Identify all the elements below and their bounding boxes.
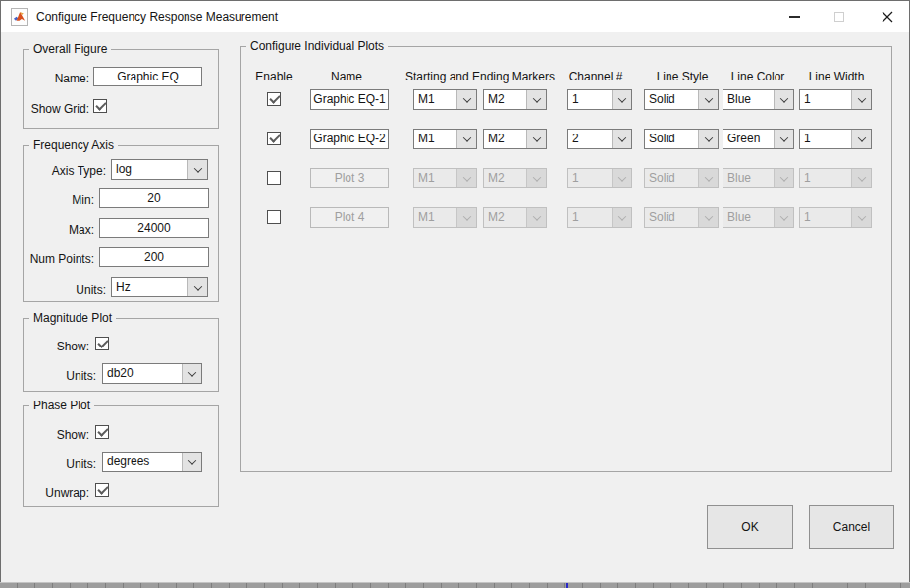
plot1-line-style-dropdown[interactable]: Solid bbox=[644, 89, 719, 110]
chevron-down-icon bbox=[779, 134, 787, 141]
chevron-down-icon bbox=[462, 212, 470, 220]
magnitude-units-value: db20 bbox=[103, 364, 182, 383]
chevron-down-icon bbox=[617, 212, 625, 220]
plot1-line-width-value: 1 bbox=[800, 90, 851, 109]
chevron-down-icon bbox=[779, 212, 787, 220]
chevron-down-icon bbox=[187, 368, 195, 376]
freq-units-label: Units: bbox=[28, 283, 106, 296]
plot2-channel-dropdown[interactable]: 2 bbox=[567, 129, 632, 149]
chevron-down-icon bbox=[532, 173, 540, 181]
plot4-line-style-value: Solid bbox=[645, 208, 698, 227]
phase-show-label: Show: bbox=[28, 428, 89, 442]
plot1-start-marker-dropdown[interactable]: M1 bbox=[413, 89, 477, 110]
plot1-start-marker-value: M1 bbox=[414, 90, 456, 109]
plot4-channel-value: 1 bbox=[568, 208, 612, 227]
plot2-start-marker-dropdown[interactable]: M1 bbox=[413, 129, 477, 149]
phase-units-dropdown[interactable]: degrees bbox=[102, 452, 202, 472]
num-points-input[interactable]: 200 bbox=[99, 247, 209, 267]
magnitude-show-checkbox[interactable] bbox=[95, 337, 109, 350]
chevron-down-icon bbox=[704, 212, 712, 220]
dropdown-arrow bbox=[612, 208, 631, 227]
close-button[interactable] bbox=[865, 1, 909, 32]
dropdown-arrow bbox=[698, 130, 718, 148]
background-window-edge bbox=[0, 582, 910, 588]
dropdown-arrow bbox=[526, 90, 546, 109]
plot2-enable-checkbox[interactable] bbox=[267, 132, 281, 145]
plot2-line-style-dropdown[interactable]: Solid bbox=[644, 129, 719, 149]
chevron-down-icon bbox=[779, 94, 787, 102]
plot2-name-input[interactable]: Graphic EQ-2 bbox=[310, 129, 389, 149]
plot3-enable-checkbox[interactable] bbox=[267, 171, 281, 185]
window-title: Configure Frequency Response Measurement bbox=[36, 10, 278, 24]
dropdown-arrow bbox=[526, 169, 546, 187]
plot3-end-marker-value: M2 bbox=[484, 169, 526, 187]
freq-units-dropdown[interactable]: Hz bbox=[111, 277, 208, 297]
plot4-start-marker-value: M1 bbox=[414, 208, 456, 227]
plot3-start-marker-value: M1 bbox=[414, 169, 456, 187]
magnitude-plot-group-title: Magnitude Plot bbox=[29, 311, 116, 325]
plot3-start-marker-dropdown: M1 bbox=[413, 168, 477, 188]
plot4-line-width-value: 1 bbox=[800, 208, 851, 227]
dropdown-arrow bbox=[456, 90, 476, 109]
magnitude-units-arrow bbox=[182, 364, 201, 383]
plot2-end-marker-dropdown[interactable]: M2 bbox=[483, 129, 547, 149]
plot3-channel-value: 1 bbox=[568, 169, 612, 187]
plot4-line-color-dropdown: Blue bbox=[723, 207, 794, 228]
plot-row-2: Graphic EQ-2 M1 M2 2 Solid Green 1 bbox=[1, 127, 910, 152]
phase-show-checkbox[interactable] bbox=[95, 425, 109, 439]
chevron-down-icon bbox=[779, 173, 787, 181]
plot2-line-color-dropdown[interactable]: Green bbox=[723, 129, 794, 149]
dropdown-arrow bbox=[526, 208, 546, 227]
figure-name-label: Name: bbox=[28, 72, 89, 85]
freq-units-arrow bbox=[187, 278, 207, 296]
maximize-button bbox=[817, 1, 861, 32]
dropdown-arrow bbox=[851, 90, 871, 109]
plot4-enable-checkbox[interactable] bbox=[267, 210, 281, 224]
plot1-channel-dropdown[interactable]: 1 bbox=[567, 89, 632, 110]
dropdown-arrow bbox=[774, 208, 793, 227]
header-line-style: Line Style bbox=[643, 70, 722, 83]
num-points-label: Num Points: bbox=[28, 252, 94, 266]
magnitude-units-dropdown[interactable]: db20 bbox=[102, 363, 202, 384]
dropdown-arrow bbox=[774, 90, 793, 109]
plot1-line-color-value: Blue bbox=[723, 90, 774, 109]
dropdown-arrow bbox=[698, 90, 718, 109]
chevron-down-icon bbox=[704, 94, 712, 102]
dropdown-arrow bbox=[851, 169, 871, 187]
plot4-end-marker-value: M2 bbox=[484, 208, 526, 227]
chevron-down-icon bbox=[857, 134, 865, 141]
dropdown-arrow bbox=[698, 169, 718, 187]
background-window-blue-tick bbox=[566, 583, 568, 588]
close-icon bbox=[882, 11, 893, 23]
plot2-line-style-value: Solid bbox=[645, 130, 698, 148]
plot3-line-color-dropdown: Blue bbox=[723, 168, 794, 188]
cancel-button[interactable]: Cancel bbox=[809, 505, 894, 549]
chevron-down-icon bbox=[532, 134, 540, 141]
plot1-end-marker-dropdown[interactable]: M2 bbox=[483, 89, 547, 110]
plot1-line-color-dropdown[interactable]: Blue bbox=[723, 89, 794, 110]
plot4-line-color-value: Blue bbox=[723, 208, 774, 227]
ok-button[interactable]: OK bbox=[707, 505, 793, 549]
plot2-channel-value: 2 bbox=[568, 130, 612, 148]
plot3-line-width-dropdown: 1 bbox=[799, 168, 872, 188]
plot1-line-width-dropdown[interactable]: 1 bbox=[799, 89, 872, 110]
plot1-channel-value: 1 bbox=[568, 90, 612, 109]
plot3-line-width-value: 1 bbox=[800, 169, 851, 187]
phase-units-arrow bbox=[182, 453, 201, 471]
dropdown-arrow bbox=[456, 169, 476, 187]
unwrap-checkbox[interactable] bbox=[95, 483, 109, 497]
plot2-line-width-dropdown[interactable]: 1 bbox=[799, 129, 872, 149]
plot1-name-input[interactable]: Graphic EQ-1 bbox=[310, 89, 389, 110]
dropdown-arrow bbox=[774, 169, 793, 187]
plot2-start-marker-value: M1 bbox=[414, 130, 456, 148]
figure-name-input[interactable]: Graphic EQ bbox=[93, 67, 202, 86]
plot4-start-marker-dropdown: M1 bbox=[413, 207, 477, 228]
header-channel: Channel # bbox=[557, 70, 635, 83]
minimize-button[interactable] bbox=[773, 1, 817, 32]
plot3-channel-dropdown: 1 bbox=[567, 168, 632, 188]
chevron-down-icon bbox=[462, 94, 470, 102]
maximize-icon bbox=[834, 12, 844, 22]
plot1-enable-checkbox[interactable] bbox=[267, 92, 281, 106]
header-markers: Starting and Ending Markers bbox=[382, 70, 578, 83]
header-line-color: Line Color bbox=[719, 70, 797, 83]
